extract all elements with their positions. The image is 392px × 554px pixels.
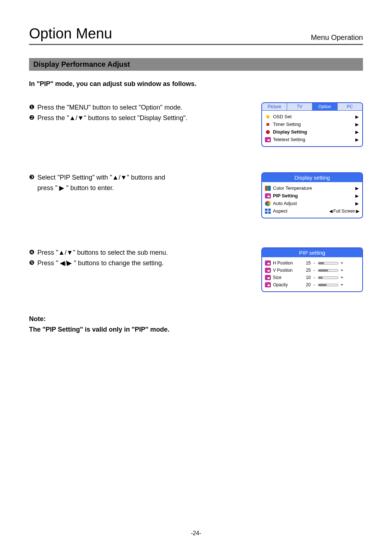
step-2: ❷ Press the "▲/▼" buttons to select "Dis… <box>29 113 250 123</box>
osd-pip-setting-menu: PIP setting H Position 15 - + V Position… <box>261 247 363 292</box>
tab-pc[interactable]: PC <box>338 103 362 111</box>
plus-icon: + <box>340 282 343 287</box>
osd-item-color-temperature[interactable]: Color Temperature ▶ <box>265 184 359 192</box>
aspect-icon <box>265 209 271 214</box>
slider[interactable] <box>318 284 338 286</box>
slider[interactable] <box>318 262 338 264</box>
intro-text: In "PIP" mode, you can adjust sub window… <box>29 80 363 88</box>
pip-icon <box>265 282 271 287</box>
block-3: ❹ Press "▲/▼" buttons to select the sub … <box>29 247 363 292</box>
slider[interactable] <box>318 269 338 272</box>
chevron-right-icon: ▶ <box>354 186 359 191</box>
osd-display-setting-menu: Display setting Color Temperature ▶ PIP … <box>261 172 363 218</box>
step-text: Press "▲/▼" buttons to select the sub me… <box>37 247 168 258</box>
step-3: ❸ Select "PIP Setting" with "▲/▼" button… <box>29 172 250 193</box>
chevron-right-icon: ▶ <box>354 137 359 142</box>
step-text: press " ▶ " button to enter. <box>37 183 114 193</box>
step-number-icon: ❶ <box>29 102 34 113</box>
block-2: ❸ Select "PIP Setting" with "▲/▼" button… <box>29 172 363 218</box>
pip-icon <box>265 268 271 273</box>
osd-title: Display setting <box>262 173 362 182</box>
step-number-icon: ❸ <box>29 172 34 183</box>
plus-icon: + <box>340 275 343 280</box>
step-text: Select "PIP Setting" with "▲/▼" buttons … <box>37 172 165 183</box>
slider[interactable] <box>318 276 338 279</box>
chevron-right-icon: ▶ <box>354 114 359 119</box>
osd-item-aspect[interactable]: Aspect ◀ Full Screen ▶ <box>265 207 359 215</box>
step-4: ❹ Press "▲/▼" buttons to select the sub … <box>29 247 250 258</box>
pip-icon <box>265 260 271 266</box>
pip-h-position[interactable]: H Position 15 - + <box>265 259 359 267</box>
osd-item-osd-set[interactable]: OSD Set ▶ <box>265 113 359 120</box>
minus-icon: - <box>313 282 316 287</box>
page-title: Option Menu <box>29 25 112 42</box>
tab-option[interactable]: Option <box>313 103 338 111</box>
page-header: Option Menu Menu Operation <box>29 25 363 45</box>
osd-item-teletext-setting[interactable]: Teletext Setting ▶ <box>265 136 359 143</box>
auto-adjust-icon <box>265 201 271 206</box>
chevron-right-icon: ▶ <box>354 130 359 135</box>
minus-icon: - <box>313 260 316 266</box>
block-1: ❶ Press the "MENU" button to select "Opt… <box>29 102 363 147</box>
pip-size[interactable]: Size 10 - + <box>265 274 359 281</box>
minus-icon: - <box>313 275 316 280</box>
note-text: The "PIP Setting" is valid only in "PIP"… <box>29 324 363 335</box>
page-subtitle: Menu Operation <box>311 33 363 42</box>
step-number-icon: ❺ <box>29 258 34 268</box>
page-number: -24- <box>0 530 392 537</box>
display-icon <box>265 130 271 135</box>
osd-option-menu: Picture TV Option PC OSD Set ▶ Timer Set… <box>261 102 363 147</box>
step-3-line2: ❸ press " ▶ " button to enter. <box>29 183 250 193</box>
chevron-right-icon: ▶ <box>354 193 359 198</box>
osd-title: PIP setting <box>262 248 362 257</box>
osd-pip-list: H Position 15 - + V Position 25 - + Size… <box>262 257 362 291</box>
osd-item-display-setting[interactable]: Display Setting ▶ <box>265 128 359 136</box>
steps-4-5: ❹ Press "▲/▼" buttons to select the sub … <box>29 247 250 268</box>
pip-opacity[interactable]: Opacity 20 - + <box>265 281 359 288</box>
osd-option-list: OSD Set ▶ Timer Setting ▶ Display Settin… <box>262 111 362 146</box>
timer-icon <box>265 122 271 127</box>
section-heading: Display Performance Adjust <box>29 58 363 71</box>
step-number-icon: ❷ <box>29 113 34 123</box>
step-3-line1: ❸ Select "PIP Setting" with "▲/▼" button… <box>29 172 250 183</box>
pip-v-position[interactable]: V Position 25 - + <box>265 267 359 274</box>
osd-item-timer-setting[interactable]: Timer Setting ▶ <box>265 120 359 128</box>
pip-icon <box>265 193 271 198</box>
aspect-value-selector[interactable]: ◀ Full Screen ▶ <box>329 209 359 214</box>
plus-icon: + <box>340 260 343 266</box>
tab-tv[interactable]: TV <box>287 103 312 111</box>
step-1: ❶ Press the "MENU" button to select "Opt… <box>29 102 250 113</box>
osd-tabs: Picture TV Option PC <box>262 103 362 111</box>
osd-display-list: Color Temperature ▶ PIP Setting ▶ Auto A… <box>262 182 362 218</box>
step-number-icon: ❹ <box>29 247 34 258</box>
step-text: Press " ◀/▶ " buttons to change the sett… <box>37 258 164 268</box>
step-text: Press the "▲/▼" buttons to select "Displ… <box>37 113 187 123</box>
chevron-right-icon: ▶ <box>354 201 359 206</box>
minus-icon: - <box>313 268 316 273</box>
chevron-right-icon: ▶ <box>354 122 359 127</box>
step-text: Press the "MENU" button to select "Optio… <box>37 102 183 113</box>
chevron-right-icon: ▶ <box>356 209 359 214</box>
color-temperature-icon <box>265 186 271 191</box>
note-label: Note: <box>29 314 363 324</box>
note-block: Note: The "PIP Setting" is valid only in… <box>29 314 363 335</box>
steps-1-2: ❶ Press the "MENU" button to select "Opt… <box>29 102 250 123</box>
osd-item-auto-adjust[interactable]: Auto Adjust ▶ <box>265 200 359 207</box>
pip-icon <box>265 275 271 280</box>
osd-item-pip-setting[interactable]: PIP Setting ▶ <box>265 192 359 200</box>
step-5: ❺ Press " ◀/▶ " buttons to change the se… <box>29 258 250 268</box>
setting-icon <box>265 114 271 119</box>
chevron-left-icon: ◀ <box>329 209 332 214</box>
teletext-icon <box>265 137 271 142</box>
plus-icon: + <box>340 268 343 273</box>
tab-picture[interactable]: Picture <box>262 103 287 111</box>
